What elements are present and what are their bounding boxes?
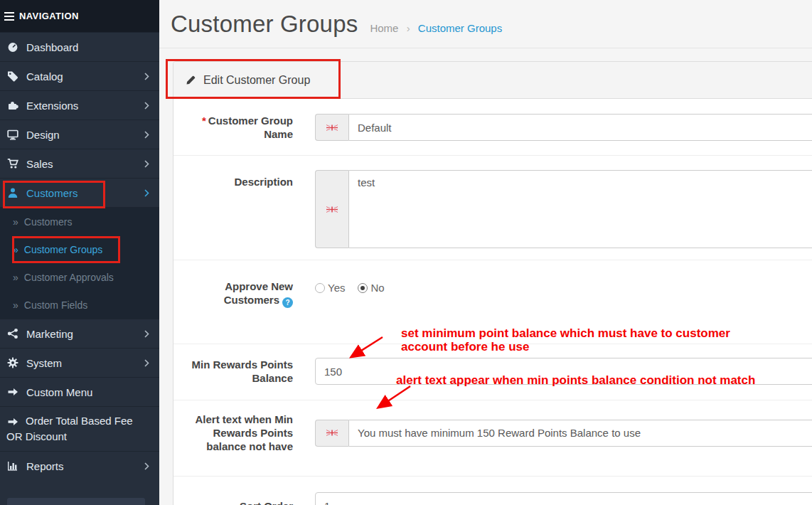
double-chevron-icon: » <box>13 216 18 228</box>
radio-no[interactable] <box>358 283 368 293</box>
help-icon[interactable]: ? <box>282 297 293 308</box>
submenu-item-label: Customer Approvals <box>24 272 114 283</box>
monitor-icon <box>6 129 19 140</box>
form-row-approve-new-customers: Approve New Customers? Yes No <box>173 260 812 344</box>
breadcrumb-current-link[interactable]: Customer Groups <box>418 22 502 34</box>
sidebar-item-system[interactable]: System <box>0 348 159 377</box>
sidebar-item-design[interactable]: Design <box>0 119 159 149</box>
edit-customer-group-panel: Edit Customer Group *Customer Group Name <box>173 61 812 505</box>
approve-radio-group: Yes No <box>315 280 812 294</box>
sidebar-item-label: Reports <box>26 459 144 473</box>
sort-order-label: Sort Order <box>173 499 315 505</box>
panel-body: *Customer Group Name Description <box>173 99 812 505</box>
uk-flag-icon <box>326 429 338 437</box>
sidebar-item-label: Dashboard <box>26 41 149 54</box>
radio-yes[interactable] <box>315 283 325 293</box>
sidebar-item-customers[interactable]: Customers <box>0 178 159 207</box>
uk-flag-icon <box>326 206 338 213</box>
form-row-description: Description test <box>173 156 812 260</box>
breadcrumb: Home › Customer Groups <box>370 22 502 34</box>
radio-no-label: No <box>370 282 384 294</box>
breadcrumb-separator: › <box>407 22 410 34</box>
sidebar-item-reports[interactable]: Reports <box>0 451 159 480</box>
submenu-item-customers[interactable]: » Customers <box>0 208 159 235</box>
submenu-item-customer-groups[interactable]: » Customer Groups <box>0 235 159 263</box>
sidebar-navigation-header: NAVIGATION <box>0 0 159 32</box>
chevron-right-icon <box>144 189 149 197</box>
alert-text-input[interactable] <box>348 420 812 447</box>
approve-new-customers-label: Approve New Customers? <box>173 280 315 308</box>
chevron-right-icon <box>144 462 149 470</box>
sidebar-item-label: Order Total Based Fee OR Discount <box>6 415 133 442</box>
sidebar-item-custom-menu[interactable]: Custom Menu <box>0 377 159 406</box>
sidebar-partial-item <box>7 498 145 505</box>
sidebar-item-label: Design <box>26 128 144 142</box>
panel-heading-title: Edit Customer Group <box>203 74 310 87</box>
submenu-item-label: Customers <box>24 216 73 228</box>
double-chevron-icon: » <box>13 272 18 283</box>
customer-icon <box>6 187 19 198</box>
chevron-right-icon <box>144 131 149 139</box>
double-chevron-icon: » <box>13 244 18 255</box>
form-row-sort-order: Sort Order <box>173 477 812 505</box>
chevron-right-icon <box>144 330 149 338</box>
navigation-title: NAVIGATION <box>19 11 79 21</box>
arrow-right-icon <box>6 386 19 398</box>
breadcrumb-home-link[interactable]: Home <box>370 22 398 34</box>
approve-no-option[interactable]: No <box>358 282 384 294</box>
sidebar-item-label: Marketing <box>26 327 144 341</box>
double-chevron-icon: » <box>13 299 18 311</box>
hamburger-icon <box>4 12 14 21</box>
min-rewards-points-input[interactable] <box>315 358 812 385</box>
submenu-item-label: Customer Groups <box>24 244 102 255</box>
submenu-item-customer-approvals[interactable]: » Customer Approvals <box>0 263 159 291</box>
form-row-customer-group-name: *Customer Group Name <box>173 99 812 156</box>
sidebar-item-catalog[interactable]: Catalog <box>0 61 159 90</box>
page-header: Customer Groups Home › Customer Groups <box>159 0 812 48</box>
bar-chart-icon <box>6 460 19 472</box>
approve-yes-option[interactable]: Yes <box>315 282 345 294</box>
description-textarea[interactable]: test <box>348 170 812 248</box>
sidebar-item-label: Sales <box>26 157 144 171</box>
dashboard-icon <box>6 41 19 53</box>
chevron-right-icon <box>144 73 149 80</box>
panel-heading: Edit Customer Group <box>173 62 812 99</box>
language-flag-addon <box>315 170 348 248</box>
sidebar-item-extensions[interactable]: Extensions <box>0 90 159 119</box>
sidebar-item-label: Extensions <box>26 99 144 112</box>
pencil-icon <box>186 75 196 85</box>
main-content: Customer Groups Home › Customer Groups E… <box>159 0 812 505</box>
customer-group-name-input[interactable] <box>348 114 812 141</box>
sort-order-input[interactable] <box>315 492 812 505</box>
sidebar-item-sales[interactable]: Sales <box>0 149 159 178</box>
alert-text-label: Alert text when Min Rewards Points balan… <box>173 413 315 453</box>
form-row-min-rewards-points: Min Rewards Points Balance <box>173 344 812 400</box>
share-icon <box>6 328 19 339</box>
language-flag-addon <box>315 114 348 141</box>
sidebar-item-dashboard[interactable]: Dashboard <box>0 32 159 61</box>
min-rewards-points-label: Min Rewards Points Balance <box>173 358 315 385</box>
submenu-item-custom-fields[interactable]: » Custom Fields <box>0 291 159 319</box>
app-window: NAVIGATION Dashboard Catalog Extensions … <box>0 0 812 505</box>
sidebar-item-label: Catalog <box>26 70 144 83</box>
chevron-right-icon <box>144 359 149 367</box>
uk-flag-icon <box>326 124 338 132</box>
radio-yes-label: Yes <box>328 282 345 294</box>
tag-icon <box>6 70 19 82</box>
chevron-right-icon <box>144 160 149 168</box>
description-label: Description <box>173 170 315 188</box>
sidebar-item-marketing[interactable]: Marketing <box>0 319 159 348</box>
submenu-item-label: Custom Fields <box>24 299 87 311</box>
page-title: Customer Groups <box>171 11 358 38</box>
language-flag-addon <box>315 420 348 447</box>
puzzle-icon <box>6 100 19 111</box>
sidebar-item-label: Custom Menu <box>26 386 149 399</box>
customers-submenu: » Customers » Customer Groups » Customer… <box>0 207 159 319</box>
sidebar-item-order-total-fee[interactable]: Order Total Based Fee OR Discount <box>0 406 159 451</box>
chevron-right-icon <box>144 102 149 110</box>
arrow-right-icon <box>6 416 19 427</box>
sidebar: NAVIGATION Dashboard Catalog Extensions … <box>0 0 159 505</box>
customer-group-name-label: *Customer Group Name <box>173 114 315 141</box>
gear-icon <box>6 357 19 368</box>
sidebar-item-label: System <box>26 356 144 370</box>
